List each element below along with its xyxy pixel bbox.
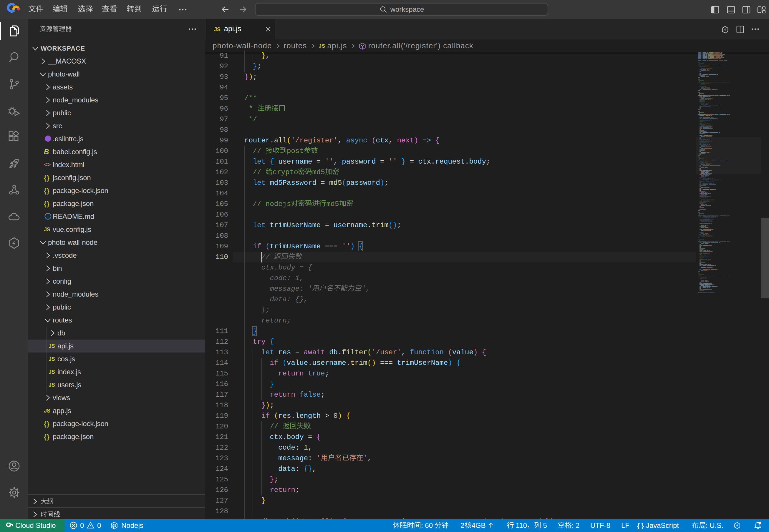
svg-text:JS: JS xyxy=(112,524,116,527)
